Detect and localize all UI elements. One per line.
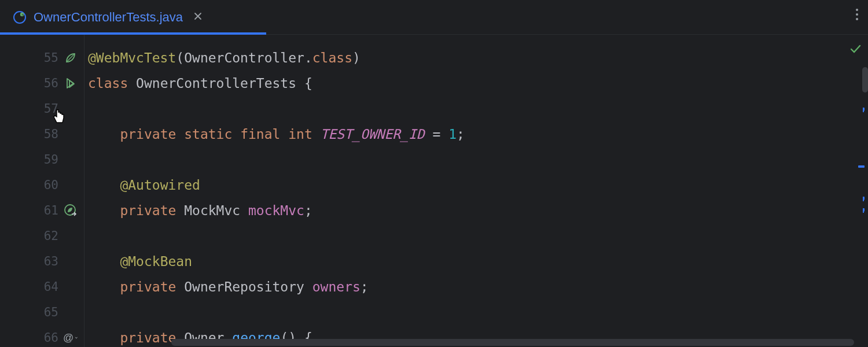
code-line[interactable]: private MockMvc mockMvc;: [84, 198, 868, 223]
marker-indicator[interactable]: [858, 165, 865, 168]
gutter-row[interactable]: 58: [0, 121, 84, 147]
code-line[interactable]: [84, 223, 868, 249]
line-number: 61: [35, 204, 58, 217]
svg-point-3: [856, 9, 858, 11]
code-line[interactable]: private static final int TEST_OWNER_ID =…: [84, 121, 868, 147]
line-number: 58: [35, 127, 58, 141]
line-number: 55: [35, 51, 58, 65]
code-line[interactable]: @MockBean: [84, 249, 868, 274]
line-number: 57: [35, 102, 58, 116]
gutter-row[interactable]: 65: [0, 300, 84, 325]
line-number: 56: [35, 76, 58, 90]
code-line[interactable]: class OwnerControllerTests {: [84, 71, 868, 96]
editor-tab-bar: + OwnerControllerTests.java: [0, 0, 868, 35]
svg-point-4: [856, 13, 858, 16]
gutter-row[interactable]: 55: [0, 45, 84, 71]
line-number: 60: [35, 178, 58, 192]
gutter-row[interactable]: 63: [0, 249, 84, 274]
code-editor[interactable]: 55 56 57 58 59 60 61 62 63 64 65 66: [0, 35, 868, 347]
code-line[interactable]: [84, 96, 868, 121]
line-number: 64: [35, 280, 58, 294]
gutter-row[interactable]: 60: [0, 172, 84, 198]
code-area[interactable]: @WebMvcTest(OwnerController.class) class…: [84, 35, 868, 347]
code-line[interactable]: @Autowired: [84, 172, 868, 198]
line-number: 59: [35, 153, 58, 167]
run-test-icon[interactable]: [63, 76, 78, 91]
gutter-row[interactable]: 56: [0, 71, 84, 96]
gutter-row[interactable]: 64: [0, 274, 84, 300]
svg-text:+: +: [22, 13, 24, 16]
line-number: 62: [35, 229, 58, 243]
override-icon[interactable]: @: [63, 330, 78, 345]
gutter-row[interactable]: 61: [0, 198, 84, 223]
code-line[interactable]: [84, 147, 868, 172]
close-tab-icon[interactable]: [193, 10, 203, 24]
gutter-row[interactable]: 57: [0, 96, 84, 121]
spring-bean-nav-icon[interactable]: [63, 203, 78, 218]
java-class-icon: +: [13, 10, 27, 24]
code-line[interactable]: [84, 300, 868, 325]
line-number: 65: [35, 305, 58, 319]
file-tab-title: OwnerControllerTests.java: [34, 10, 183, 25]
editor-gutter: 55 56 57 58 59 60 61 62 63 64 65 66: [0, 35, 84, 347]
horizontal-scrollbar-thumb[interactable]: [171, 339, 854, 346]
svg-point-0: [14, 12, 25, 23]
gutter-row[interactable]: 59: [0, 147, 84, 172]
gutter-row[interactable]: 62: [0, 223, 84, 249]
line-number: 63: [35, 254, 58, 268]
code-line[interactable]: @WebMvcTest(OwnerController.class): [84, 45, 868, 71]
tab-more-icon[interactable]: [855, 8, 859, 24]
spring-leaf-icon[interactable]: [63, 50, 78, 65]
svg-point-5: [856, 18, 858, 20]
gutter-row[interactable]: 66 @: [0, 325, 84, 347]
marker-indicator[interactable]: [858, 208, 865, 213]
file-tab[interactable]: + OwnerControllerTests.java: [0, 0, 213, 35]
line-number: 66: [35, 331, 58, 345]
marker-indicator[interactable]: [858, 197, 865, 201]
code-line[interactable]: private OwnerRepository owners;: [84, 274, 868, 300]
marker-indicator[interactable]: [858, 108, 865, 112]
vertical-scrollbar-thumb[interactable]: [862, 67, 868, 93]
